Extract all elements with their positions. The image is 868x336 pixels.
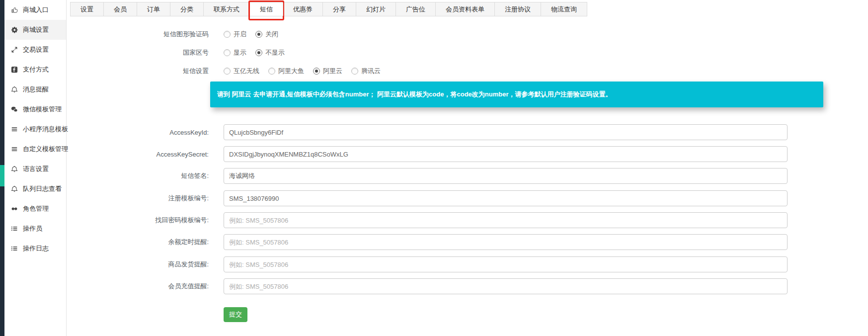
tab-label: 设置 xyxy=(80,5,93,13)
field-row-register-template: 注册模板编号: xyxy=(67,190,788,206)
tabbar: 设置会员订单分类联系方式短信优惠券分享幻灯片广告位会员资料表单注册协议物流查询 xyxy=(70,2,587,16)
bell-icon xyxy=(10,185,18,193)
sidebar-item-payment-methods[interactable]: 支付方式 xyxy=(4,60,66,80)
field-row-shipping-reminder: 商品发货提醒: xyxy=(67,256,788,272)
list-icon xyxy=(10,145,18,153)
radio-option[interactable]: 显示 xyxy=(224,48,246,57)
exchange-icon xyxy=(10,46,18,54)
sidebar-item-miniprogram-message-template[interactable]: 小程序消息模板 xyxy=(4,119,66,139)
tab-members[interactable]: 会员 xyxy=(103,2,137,16)
tab-label: 注册协议 xyxy=(505,5,531,13)
tab-orders[interactable]: 订单 xyxy=(137,2,170,16)
notice-banner: 请到 阿里云 去申请开通,短信模板中必须包含number； 阿里云默认模板为co… xyxy=(210,82,823,107)
form-label: 商品发货提醒: xyxy=(67,260,209,269)
tab-label: 订单 xyxy=(147,5,160,13)
tab-member-profile-form[interactable]: 会员资料表单 xyxy=(435,2,494,16)
sidebar-item-trade-settings[interactable]: 交易设置 xyxy=(4,40,66,60)
sidebar-item-role-management[interactable]: 角色管理 xyxy=(4,199,66,219)
radio-option[interactable]: 互亿无线 xyxy=(224,67,259,76)
payment-icon xyxy=(10,66,18,74)
radio-option-label: 开启 xyxy=(234,30,246,39)
form-label: 短信签名: xyxy=(67,171,209,180)
register-template-input[interactable] xyxy=(224,190,788,206)
sidebar-item-label: 语言设置 xyxy=(23,165,49,173)
sms-signature-input[interactable] xyxy=(224,168,788,184)
radio-option-label: 阿里云 xyxy=(323,67,342,76)
tab-label: 分类 xyxy=(180,5,193,13)
sidebar-item-mall-settings[interactable]: 商城设置 xyxy=(4,20,66,40)
list-icon xyxy=(10,125,18,133)
radio-icon xyxy=(255,31,262,38)
accesskeyid-input[interactable] xyxy=(224,124,788,140)
radio-option-label: 互亿无线 xyxy=(234,67,259,76)
tab-register-agreement[interactable]: 注册协议 xyxy=(494,2,541,16)
sidebar-item-queue-log-view[interactable]: 队列日志查看 xyxy=(4,179,66,199)
radio-option[interactable]: 关闭 xyxy=(255,30,278,39)
radio-icon xyxy=(313,68,320,75)
radio-icon xyxy=(268,68,275,75)
tab-coupons[interactable]: 优惠券 xyxy=(283,2,322,16)
content: 设置会员订单分类联系方式短信优惠券分享幻灯片广告位会员资料表单注册协议物流查询 … xyxy=(67,0,868,336)
field-row-password-recovery-template: 找回密码模板编号: xyxy=(67,212,788,228)
sidebar-item-message-reminder[interactable]: 消息提醒 xyxy=(4,80,66,99)
radio-option[interactable]: 阿里云 xyxy=(313,67,342,76)
submit-button[interactable]: 提交 xyxy=(224,307,247,322)
recharge-reminder-input[interactable] xyxy=(224,278,788,294)
form-label: 国家区号 xyxy=(67,48,209,57)
radio-option[interactable]: 开启 xyxy=(224,30,246,39)
notice-text: 请到 阿里云 去申请开通,短信模板中必须包含number； 阿里云默认模板为co… xyxy=(217,90,612,99)
tab-settings[interactable]: 设置 xyxy=(71,2,103,16)
tab-logistics-query[interactable]: 物流查询 xyxy=(541,2,587,16)
sidebar-item-mall-entry[interactable]: 商城入口 xyxy=(4,0,66,20)
radio-option[interactable]: 阿里大鱼 xyxy=(268,67,304,76)
sidebar-item-wechat-template-management[interactable]: 微信模板管理 xyxy=(4,99,66,119)
tab-label: 短信 xyxy=(260,5,273,13)
tab-contact[interactable]: 联系方式 xyxy=(203,2,249,16)
sidebar-item-label: 角色管理 xyxy=(23,204,49,213)
balance-reminder-input[interactable] xyxy=(224,234,788,250)
radio-option-label: 不显示 xyxy=(265,48,285,57)
shipping-reminder-input[interactable] xyxy=(224,256,788,272)
radio-icon xyxy=(224,31,231,38)
sidebar-item-label: 支付方式 xyxy=(23,65,49,74)
form-label: AccessKeySecret: xyxy=(67,151,209,158)
radio-icon xyxy=(255,49,262,56)
roles-icon xyxy=(10,205,18,213)
radio-option[interactable]: 腾讯云 xyxy=(351,67,381,76)
radio-option-label: 腾讯云 xyxy=(361,67,381,76)
sidebar-item-label: 操作日志 xyxy=(23,244,49,253)
radio-option-label: 阿里大鱼 xyxy=(278,67,304,76)
radio-row-sms-provider: 短信设置互亿无线阿里大鱼阿里云腾讯云 xyxy=(67,63,381,79)
sidebar-item-language-settings[interactable]: 语言设置 xyxy=(4,159,66,179)
tab-ad-positions[interactable]: 广告位 xyxy=(395,2,435,16)
tab-label: 优惠券 xyxy=(293,5,313,13)
sidebar-item-label: 自定义模板管理 xyxy=(23,145,68,154)
sidebar-item-operators[interactable]: 操作员 xyxy=(4,219,66,239)
form-label: 短信图形验证码 xyxy=(67,30,209,39)
bell-icon xyxy=(10,85,18,93)
tab-label: 分享 xyxy=(333,5,346,13)
bell-icon xyxy=(10,165,18,173)
accesskeysecret-input[interactable] xyxy=(224,146,788,162)
sidebar-item-custom-template-management[interactable]: 自定义模板管理 xyxy=(4,139,66,159)
tab-label: 会员资料表单 xyxy=(446,5,484,13)
tab-label: 广告位 xyxy=(406,5,425,13)
sidebar-item-label: 交易设置 xyxy=(23,45,49,54)
form-label: 短信设置 xyxy=(67,67,209,76)
form-label: 注册模板编号: xyxy=(67,194,209,203)
radio-row-sms-captcha: 短信图形验证码开启关闭 xyxy=(67,26,278,42)
sidebar-item-operation-log[interactable]: 操作日志 xyxy=(4,239,66,258)
field-row-accesskeysecret: AccessKeySecret: xyxy=(67,146,788,162)
wechat-icon xyxy=(10,105,18,113)
form-label: AccessKeyId: xyxy=(67,129,209,136)
radio-row-country-code: 国家区号显示不显示 xyxy=(67,45,285,61)
gear-icon xyxy=(10,26,18,34)
radio-option[interactable]: 不显示 xyxy=(255,48,285,57)
tab-share[interactable]: 分享 xyxy=(322,2,356,16)
password-recovery-template-input[interactable] xyxy=(224,212,788,228)
field-row-recharge-reminder: 会员充值提醒: xyxy=(67,278,788,294)
tab-slides[interactable]: 幻灯片 xyxy=(356,2,395,16)
tab-sms[interactable]: 短信 xyxy=(249,2,283,16)
list-ul-icon xyxy=(10,225,18,233)
tab-categories[interactable]: 分类 xyxy=(170,2,203,16)
